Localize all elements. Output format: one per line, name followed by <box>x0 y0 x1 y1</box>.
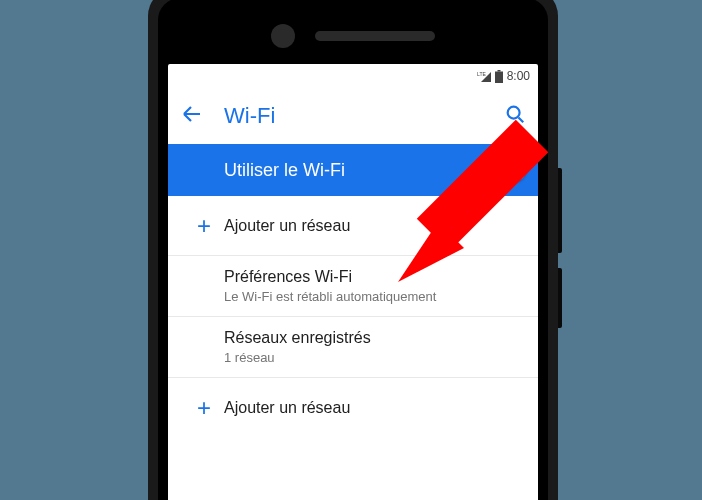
svg-point-3 <box>508 107 520 119</box>
wifi-preferences-subtitle: Le Wi-Fi est rétabli automatiquement <box>224 289 524 304</box>
screen: LTE 8:00 Wi-Fi Utiliser le Wi-Fi <box>168 64 538 500</box>
speaker-grille <box>315 31 435 41</box>
svg-rect-2 <box>495 71 503 83</box>
wifi-preferences-row[interactable]: Préférences Wi-Fi Le Wi-Fi est rétabli a… <box>168 256 538 317</box>
switch-thumb-icon <box>504 159 526 181</box>
side-button <box>558 268 562 328</box>
back-arrow-icon[interactable] <box>180 102 204 130</box>
svg-text:LTE: LTE <box>477 71 486 77</box>
wifi-switch[interactable] <box>488 162 524 178</box>
wifi-toggle-row[interactable]: Utiliser le Wi-Fi <box>168 144 538 196</box>
add-network-row[interactable]: + Ajouter un réseau <box>168 378 538 438</box>
plus-icon: + <box>184 212 224 240</box>
wifi-preferences-title: Préférences Wi-Fi <box>224 268 524 286</box>
status-time: 8:00 <box>507 69 530 83</box>
add-network-label: Ajouter un réseau <box>224 399 524 417</box>
wifi-toggle-label: Utiliser le Wi-Fi <box>224 160 488 181</box>
saved-networks-title: Réseaux enregistrés <box>224 329 524 347</box>
side-button <box>558 168 562 253</box>
sensor-dot <box>271 24 295 48</box>
battery-icon <box>495 70 503 83</box>
svg-rect-1 <box>497 70 500 72</box>
page-title: Wi-Fi <box>224 103 484 129</box>
app-bar: Wi-Fi <box>168 88 538 144</box>
saved-networks-row[interactable]: Réseaux enregistrés 1 réseau <box>168 317 538 378</box>
add-network-row[interactable]: + Ajouter un réseau <box>168 196 538 256</box>
phone-bezel: LTE 8:00 Wi-Fi Utiliser le Wi-Fi <box>158 0 548 500</box>
saved-networks-subtitle: 1 réseau <box>224 350 524 365</box>
status-bar: LTE 8:00 <box>168 64 538 88</box>
signal-lte-icon: LTE <box>477 70 491 82</box>
phone-frame: LTE 8:00 Wi-Fi Utiliser le Wi-Fi <box>148 0 558 500</box>
phone-hardware-top <box>168 8 538 64</box>
search-icon[interactable] <box>504 103 526 129</box>
add-network-label: Ajouter un réseau <box>224 217 524 235</box>
plus-icon: + <box>184 394 224 422</box>
